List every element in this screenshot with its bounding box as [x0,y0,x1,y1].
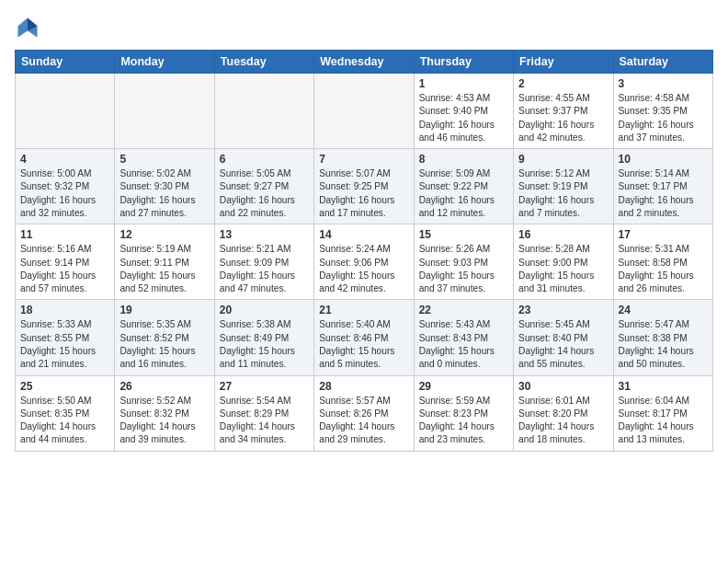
day-info: Sunrise: 5:24 AMSunset: 9:06 PMDaylight:… [319,243,408,295]
calendar-week-row: 25Sunrise: 5:50 AMSunset: 8:35 PMDayligh… [16,375,713,451]
calendar-empty [214,74,313,149]
day-number: 11 [20,228,109,241]
calendar-empty [314,74,414,149]
day-header-friday: Friday [514,51,613,74]
day-info: Sunrise: 5:35 AMSunset: 8:52 PMDaylight:… [119,318,209,371]
calendar-day-31: 31Sunrise: 6:04 AMSunset: 8:17 PMDayligh… [613,375,712,451]
day-number: 28 [319,380,408,393]
day-info: Sunrise: 5:21 AMSunset: 9:09 PMDaylight:… [220,243,309,295]
day-number: 21 [319,304,408,316]
day-number: 24 [619,304,708,316]
day-header-monday: Monday [115,51,214,74]
calendar-day-8: 8Sunrise: 5:09 AMSunset: 9:22 PMDaylight… [414,149,513,224]
calendar-day-23: 23Sunrise: 5:45 AMSunset: 8:40 PMDayligh… [514,300,613,375]
calendar-empty [16,74,115,149]
day-info: Sunrise: 5:50 AMSunset: 8:35 PMDaylight:… [20,395,109,447]
day-info: Sunrise: 5:09 AMSunset: 9:22 PMDaylight:… [419,167,508,220]
calendar-day-14: 14Sunrise: 5:24 AMSunset: 9:06 PMDayligh… [314,224,414,300]
day-number: 22 [419,304,508,316]
day-number: 9 [518,153,608,166]
day-number: 2 [518,77,608,90]
day-number: 17 [619,228,708,241]
calendar-day-18: 18Sunrise: 5:33 AMSunset: 8:55 PMDayligh… [16,300,115,375]
calendar-day-10: 10Sunrise: 5:14 AMSunset: 9:17 PMDayligh… [613,149,712,224]
day-info: Sunrise: 5:40 AMSunset: 8:46 PMDaylight:… [319,318,408,371]
calendar-header-row: SundayMondayTuesdayWednesdayThursdayFrid… [16,51,713,74]
calendar-week-row: 1Sunrise: 4:53 AMSunset: 9:40 PMDaylight… [16,74,713,149]
day-number: 29 [419,380,508,393]
calendar-table: SundayMondayTuesdayWednesdayThursdayFrid… [15,50,713,452]
day-header-wednesday: Wednesday [314,51,414,74]
calendar-week-row: 4Sunrise: 5:00 AMSunset: 9:32 PMDaylight… [16,149,713,224]
calendar-day-28: 28Sunrise: 5:57 AMSunset: 8:26 PMDayligh… [314,375,414,451]
day-number: 25 [20,380,109,393]
day-info: Sunrise: 5:19 AMSunset: 9:11 PMDaylight:… [119,243,209,295]
calendar-day-27: 27Sunrise: 5:54 AMSunset: 8:29 PMDayligh… [214,375,313,451]
day-info: Sunrise: 5:45 AMSunset: 8:40 PMDaylight:… [518,318,608,371]
day-number: 12 [119,228,209,241]
day-number: 7 [319,153,408,166]
day-info: Sunrise: 5:00 AMSunset: 9:32 PMDaylight:… [20,167,109,220]
day-number: 10 [619,153,708,166]
day-number: 1 [419,77,508,90]
calendar-day-30: 30Sunrise: 6:01 AMSunset: 8:20 PMDayligh… [514,375,613,451]
day-info: Sunrise: 4:53 AMSunset: 9:40 PMDaylight:… [419,92,508,144]
day-number: 23 [518,304,608,316]
day-info: Sunrise: 5:05 AMSunset: 9:27 PMDaylight:… [220,167,309,220]
day-header-thursday: Thursday [414,51,513,74]
logo-icon [15,15,40,40]
calendar-day-15: 15Sunrise: 5:26 AMSunset: 9:03 PMDayligh… [414,224,513,300]
calendar-day-9: 9Sunrise: 5:12 AMSunset: 9:19 PMDaylight… [514,149,613,224]
day-info: Sunrise: 5:14 AMSunset: 9:17 PMDaylight:… [619,167,708,220]
logo [15,15,44,40]
day-info: Sunrise: 5:47 AMSunset: 8:38 PMDaylight:… [619,318,708,371]
day-number: 5 [119,153,209,166]
day-info: Sunrise: 5:43 AMSunset: 8:43 PMDaylight:… [419,318,508,371]
page-header [15,15,713,40]
day-info: Sunrise: 5:12 AMSunset: 9:19 PMDaylight:… [518,167,608,220]
calendar-day-11: 11Sunrise: 5:16 AMSunset: 9:14 PMDayligh… [16,224,115,300]
day-info: Sunrise: 6:01 AMSunset: 8:20 PMDaylight:… [518,395,608,447]
day-info: Sunrise: 5:59 AMSunset: 8:23 PMDaylight:… [419,395,508,447]
day-info: Sunrise: 5:28 AMSunset: 9:00 PMDaylight:… [518,243,608,295]
day-info: Sunrise: 5:57 AMSunset: 8:26 PMDaylight:… [319,395,408,447]
day-info: Sunrise: 5:07 AMSunset: 9:25 PMDaylight:… [319,167,408,220]
calendar-day-2: 2Sunrise: 4:55 AMSunset: 9:37 PMDaylight… [514,74,613,149]
day-info: Sunrise: 5:02 AMSunset: 9:30 PMDaylight:… [119,167,209,220]
calendar-day-22: 22Sunrise: 5:43 AMSunset: 8:43 PMDayligh… [414,300,513,375]
calendar-day-25: 25Sunrise: 5:50 AMSunset: 8:35 PMDayligh… [16,375,115,451]
calendar-day-17: 17Sunrise: 5:31 AMSunset: 8:58 PMDayligh… [613,224,712,300]
calendar-day-19: 19Sunrise: 5:35 AMSunset: 8:52 PMDayligh… [115,300,214,375]
calendar-day-26: 26Sunrise: 5:52 AMSunset: 8:32 PMDayligh… [115,375,214,451]
calendar-day-16: 16Sunrise: 5:28 AMSunset: 9:00 PMDayligh… [514,224,613,300]
calendar-week-row: 18Sunrise: 5:33 AMSunset: 8:55 PMDayligh… [16,300,713,375]
calendar-day-24: 24Sunrise: 5:47 AMSunset: 8:38 PMDayligh… [613,300,712,375]
day-number: 6 [220,153,309,166]
day-info: Sunrise: 5:38 AMSunset: 8:49 PMDaylight:… [220,318,309,371]
day-info: Sunrise: 5:26 AMSunset: 9:03 PMDaylight:… [419,243,508,295]
day-number: 27 [220,380,309,393]
day-info: Sunrise: 5:52 AMSunset: 8:32 PMDaylight:… [119,395,209,447]
day-header-sunday: Sunday [16,51,115,74]
calendar-day-21: 21Sunrise: 5:40 AMSunset: 8:46 PMDayligh… [314,300,414,375]
day-number: 26 [119,380,209,393]
calendar-day-6: 6Sunrise: 5:05 AMSunset: 9:27 PMDaylight… [214,149,313,224]
calendar-day-1: 1Sunrise: 4:53 AMSunset: 9:40 PMDaylight… [414,74,513,149]
calendar-day-13: 13Sunrise: 5:21 AMSunset: 9:09 PMDayligh… [214,224,313,300]
day-number: 30 [518,380,608,393]
calendar-empty [115,74,214,149]
day-number: 19 [119,304,209,316]
calendar-day-5: 5Sunrise: 5:02 AMSunset: 9:30 PMDaylight… [115,149,214,224]
day-number: 31 [619,380,708,393]
day-number: 14 [319,228,408,241]
day-number: 18 [20,304,109,316]
day-number: 13 [220,228,309,241]
day-info: Sunrise: 5:16 AMSunset: 9:14 PMDaylight:… [20,243,109,295]
day-number: 8 [419,153,508,166]
calendar-day-4: 4Sunrise: 5:00 AMSunset: 9:32 PMDaylight… [16,149,115,224]
calendar-day-12: 12Sunrise: 5:19 AMSunset: 9:11 PMDayligh… [115,224,214,300]
day-header-tuesday: Tuesday [214,51,313,74]
day-info: Sunrise: 5:33 AMSunset: 8:55 PMDaylight:… [20,318,109,371]
day-number: 20 [220,304,309,316]
day-header-saturday: Saturday [613,51,712,74]
